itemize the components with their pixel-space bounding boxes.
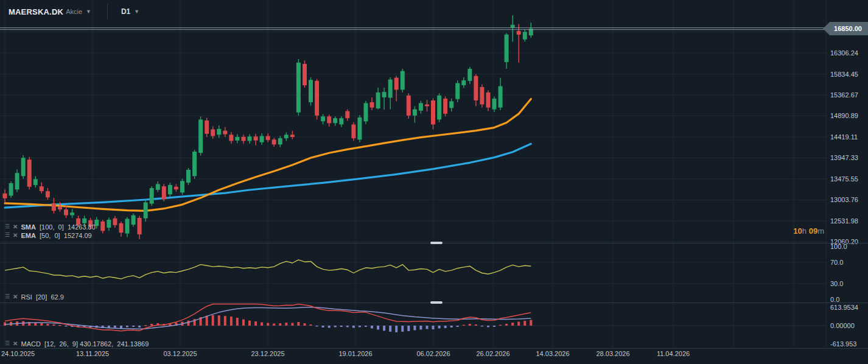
legend-macd-value: 430.17862, 241.13869 — [80, 340, 149, 348]
legend-rsi-params: [20] — [36, 293, 47, 301]
time-axis-label: 23.12.2025 — [251, 350, 284, 357]
legend-rsi-name: RSI — [21, 293, 32, 301]
time-axis-label: 28.03.2026 — [596, 350, 629, 357]
chart-window: MAERSKA.DK Akcie ▼ D1 ▼ ☰ ✕ SMA [100, 0]… — [0, 0, 868, 364]
legend-macd-name: MACD — [21, 340, 40, 348]
time-axis-label: 13.11.2025 — [76, 350, 109, 357]
indicator-remove-icon[interactable]: ✕ — [13, 233, 18, 239]
time-axis-label: 26.02.2026 — [476, 350, 509, 357]
price-axis-tick: 14419.11 — [830, 133, 858, 141]
countdown-minutes-unit: m — [817, 226, 824, 236]
panel-resize-handle[interactable] — [430, 301, 443, 304]
current-price-value: 16850.00 — [834, 25, 862, 32]
price-axis-tick: 15834.45 — [830, 71, 858, 79]
indicator-settings-icon[interactable]: ☰ — [5, 294, 10, 299]
legend-sma-value: 14263.80 — [68, 223, 96, 231]
legend-macd-params: [12, 26, 9] — [44, 340, 78, 348]
indicator-settings-icon[interactable]: ☰ — [5, 341, 10, 346]
countdown-hours-unit: h — [802, 226, 807, 236]
legend-rsi-value: 62.9 — [51, 293, 63, 301]
price-axis-tick: 13003.76 — [830, 196, 858, 204]
indicator-remove-icon[interactable]: ✕ — [13, 341, 18, 347]
price-axis-tick: 14890.89 — [830, 112, 858, 120]
time-axis-label: 06.02.2026 — [416, 350, 450, 357]
time-axis-label: 19.01.2026 — [338, 350, 372, 357]
macd-axis-tick: -613.953 — [830, 340, 856, 348]
legend-ema-value: 15274.09 — [64, 232, 92, 239]
timeframe-selector[interactable]: D1 ▼ — [121, 7, 139, 16]
price-axis-tick: 13947.33 — [830, 154, 858, 162]
price-axis-tick: 15362.67 — [830, 91, 858, 99]
indicator-remove-icon[interactable]: ✕ — [13, 224, 18, 230]
macd-axis-tick: 0.00000 — [830, 322, 855, 330]
rsi-axis-tick: 70.0 — [830, 259, 843, 267]
chevron-down-icon: ▼ — [86, 9, 91, 15]
current-price-tag: 16850.00 — [823, 22, 868, 35]
candle-countdown: 10h 09m — [793, 226, 824, 236]
chart-header: MAERSKA.DK Akcie ▼ D1 ▼ — [9, 5, 139, 18]
countdown-minutes: 09 — [809, 226, 817, 236]
price-axis-tick: 13475.55 — [830, 175, 858, 183]
rsi-axis-tick: 30.0 — [830, 280, 843, 288]
time-axis-label: 14.03.2026 — [536, 350, 569, 357]
legend-sma-name: SMA — [21, 223, 35, 231]
price-axis-tick: 16306.24 — [830, 49, 858, 57]
panel-resize-handle[interactable] — [430, 242, 443, 244]
legend-ema: ☰ ✕ EMA [50, 0] 15274.09 — [5, 231, 92, 239]
price-axis-tick: 12531.98 — [830, 217, 858, 225]
time-axis-label: 03.12.2025 — [163, 350, 197, 357]
time-axis-border — [0, 348, 868, 349]
candlestick-chart-canvas[interactable] — [0, 0, 868, 364]
legend-ema-params: [50, 0] — [40, 232, 60, 239]
rsi-axis-tick: 100.0 — [830, 243, 847, 251]
countdown-hours: 10 — [793, 226, 802, 236]
indicator-settings-icon[interactable]: ☰ — [5, 233, 10, 238]
price-axis-border — [826, 0, 827, 349]
instrument-selector[interactable]: MAERSKA.DK Akcie ▼ — [9, 7, 91, 16]
timeframe-label: D1 — [121, 7, 130, 16]
chevron-down-icon: ▼ — [134, 9, 139, 15]
legend-ema-name: EMA — [21, 232, 35, 239]
indicator-settings-icon[interactable]: ☰ — [5, 224, 10, 229]
legend-rsi: ☰ ✕ RSI [20] 62.9 — [5, 293, 64, 301]
legend-sma-params: [100, 0] — [40, 223, 64, 231]
legend-sma: ☰ ✕ SMA [100, 0] 14263.80 — [5, 223, 96, 231]
header-divider — [107, 4, 108, 19]
indicator-remove-icon[interactable]: ✕ — [13, 294, 18, 300]
instrument-symbol: MAERSKA.DK — [9, 7, 63, 16]
time-axis-label: 11.04.2026 — [657, 350, 690, 357]
instrument-type-label: Akcie — [66, 8, 82, 15]
time-axis-label: 24.10.2025 — [1, 350, 35, 357]
legend-macd: ☰ ✕ MACD [12, 26, 9] 430.17862, 241.1386… — [5, 340, 149, 348]
macd-axis-tick: 613.9534 — [830, 304, 858, 312]
